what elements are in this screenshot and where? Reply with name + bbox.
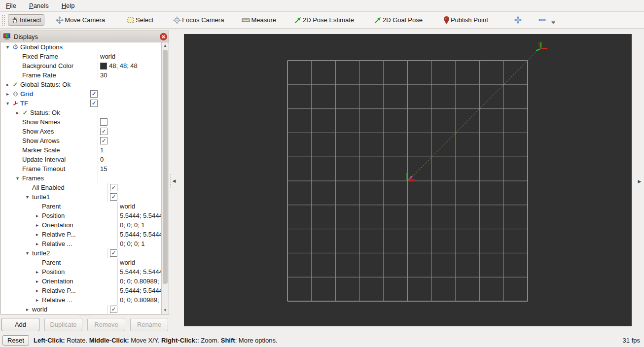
expand-arrow-icon[interactable]: ▸: [34, 239, 41, 248]
tree-row-relative-p[interactable]: ▸Relative P...5.5444; 5.5444; 0: [1, 230, 162, 239]
tree-row-tf[interactable]: ▾TF✓: [1, 99, 162, 108]
property-value-cell[interactable]: 15: [98, 164, 162, 174]
expand-arrow-icon[interactable]: ▸: [34, 267, 41, 277]
menu-help[interactable]: Help: [62, 2, 75, 9]
checkbox[interactable]: ✓: [110, 306, 117, 313]
tree-row-update-interval[interactable]: Update Interval0: [1, 155, 162, 164]
checkbox[interactable]: ✓: [90, 90, 98, 98]
tree-row-status-ok[interactable]: ▸✓Status: Ok: [1, 108, 162, 117]
tool-measure[interactable]: Measure: [238, 14, 280, 26]
expand-arrow-icon[interactable]: ▸: [34, 230, 41, 239]
close-icon[interactable]: [160, 33, 167, 40]
property-value-cell[interactable]: ✓: [108, 248, 162, 258]
collapse-arrow-icon[interactable]: ▾: [4, 42, 11, 52]
tree-row-show-names[interactable]: Show Names: [1, 117, 162, 127]
tool-interact[interactable]: Interact: [8, 14, 44, 26]
tool-move-camera[interactable]: Move Camera: [52, 14, 108, 26]
tree-row-marker-scale[interactable]: Marker Scale1: [1, 145, 162, 155]
tool-2d-goal-pose[interactable]: 2D Goal Pose: [370, 14, 426, 26]
property-value-cell[interactable]: 5.5444; 5.5444; 0: [118, 211, 162, 220]
property-value-cell[interactable]: ✓: [98, 136, 162, 145]
tree-row-global-options[interactable]: ▾⚙Global Options: [1, 42, 162, 52]
tree-row-frame-rate[interactable]: Frame Rate30: [1, 70, 162, 80]
property-value-cell[interactable]: ✓: [88, 89, 162, 99]
collapse-arrow-icon[interactable]: ▾: [24, 248, 31, 258]
checkbox[interactable]: ✓: [110, 193, 117, 201]
property-value-cell[interactable]: 1: [98, 145, 162, 155]
property-value-cell[interactable]: world: [118, 202, 162, 211]
collapse-arrow-icon[interactable]: ▾: [4, 99, 11, 108]
overflow-arrow-icon[interactable]: [551, 19, 556, 26]
property-value-cell[interactable]: 48; 48; 48: [98, 61, 162, 70]
tree-scrollbar[interactable]: ▲ ▼: [161, 42, 169, 314]
property-value-cell[interactable]: 30: [98, 70, 162, 80]
property-value-cell[interactable]: world: [118, 258, 162, 267]
property-value-cell[interactable]: ✓: [108, 183, 162, 192]
expand-arrow-icon[interactable]: ▸: [34, 211, 41, 220]
checkbox[interactable]: ✓: [100, 137, 107, 144]
collapse-right-icon[interactable]: ▶: [637, 174, 643, 189]
tree-row-frame-timeout[interactable]: Frame Timeout15: [1, 164, 162, 174]
tree-row-show-axes[interactable]: Show Axes✓: [1, 127, 162, 136]
property-value-cell[interactable]: 5.5444; 5.5444; 0: [118, 267, 162, 277]
expand-arrow-icon[interactable]: ▸: [34, 220, 41, 230]
scrollbar-thumb[interactable]: [163, 50, 168, 284]
property-value-cell[interactable]: ✓: [108, 305, 162, 314]
tree-row-all-enabled[interactable]: All Enabled✓: [1, 183, 162, 192]
tree-row-frames[interactable]: ▾Frames: [1, 174, 162, 183]
expand-arrow-icon[interactable]: ▸: [34, 295, 41, 305]
tool-publish-point[interactable]: Publish Point: [440, 14, 492, 26]
property-value-cell[interactable]: 5.5444; 5.5444; 0: [118, 286, 162, 295]
tree-row-background-color[interactable]: Background Color48; 48; 48: [1, 61, 162, 70]
checkbox[interactable]: ✓: [100, 128, 107, 135]
tree-row-turtle2[interactable]: ▾turtle2✓: [1, 248, 162, 258]
add-tool-button[interactable]: [510, 14, 526, 26]
tree-row-position[interactable]: ▸Position5.5444; 5.5444; 0: [1, 211, 162, 220]
menu-panels[interactable]: Panels: [29, 2, 49, 9]
property-value-cell[interactable]: 0; 0; 0; 1: [118, 220, 162, 230]
tree-row-grid[interactable]: ▸Grid✓: [1, 89, 162, 99]
property-value-cell[interactable]: ✓: [108, 192, 162, 202]
expand-arrow-icon[interactable]: ▸: [4, 80, 11, 89]
tree-row-fixed-frame[interactable]: Fixed Frameworld: [1, 52, 162, 61]
tree-row-parent[interactable]: Parentworld: [1, 258, 162, 267]
property-value-cell[interactable]: 0; 0; 0.80989; 0.58658: [118, 295, 162, 305]
expand-arrow-icon[interactable]: ▸: [4, 89, 11, 99]
expand-arrow-icon[interactable]: ▸: [24, 305, 31, 314]
tree-row-relative-p[interactable]: ▸Relative P...5.5444; 5.5444; 0: [1, 286, 162, 295]
tool-focus-camera[interactable]: Focus Camera: [170, 14, 227, 26]
collapse-arrow-icon[interactable]: ▾: [24, 192, 31, 202]
toolbar-drag-handle[interactable]: [1, 14, 5, 26]
checkbox[interactable]: ✓: [90, 100, 98, 107]
collapse-arrow-icon[interactable]: ▾: [14, 174, 21, 183]
reset-button[interactable]: Reset: [2, 335, 29, 346]
tree-row-position[interactable]: ▸Position5.5444; 5.5444; 0: [1, 267, 162, 277]
3d-viewport[interactable]: [184, 34, 632, 326]
property-value-cell[interactable]: 0; 0; 0.80989; 0.58658: [118, 277, 162, 286]
scrollbar-up-icon[interactable]: ▲: [162, 42, 169, 49]
tree-row-orientation[interactable]: ▸Orientation0; 0; 0.80989; 0.58658: [1, 277, 162, 286]
tree-row-turtle1[interactable]: ▾turtle1✓: [1, 192, 162, 202]
property-value-cell[interactable]: 0: [98, 155, 162, 164]
expand-arrow-icon[interactable]: ▸: [34, 286, 41, 295]
panel-resize-handle[interactable]: ······: [0, 313, 169, 317]
tree-row-relative[interactable]: ▸Relative ...0; 0; 0; 1: [1, 239, 162, 248]
property-value-cell[interactable]: 5.5444; 5.5444; 0: [118, 230, 162, 239]
tree-row-orientation[interactable]: ▸Orientation0; 0; 0; 1: [1, 220, 162, 230]
tree-row-global-status-ok[interactable]: ▸✓Global Status: Ok: [1, 80, 162, 89]
tree-row-show-arrows[interactable]: Show Arrows✓: [1, 136, 162, 145]
property-value-cell[interactable]: ✓: [88, 99, 162, 108]
menu-file[interactable]: File: [6, 2, 16, 9]
scrollbar-down-icon[interactable]: ▼: [162, 307, 169, 314]
expand-arrow-icon[interactable]: ▸: [14, 108, 21, 117]
collapse-left-icon[interactable]: ◀: [171, 174, 177, 188]
property-value-cell[interactable]: ✓: [98, 127, 162, 136]
property-value-cell[interactable]: world: [98, 52, 162, 61]
tree-row-parent[interactable]: Parentworld: [1, 202, 162, 211]
tool-select[interactable]: Select: [123, 14, 157, 26]
tree-row-relative[interactable]: ▸Relative ...0; 0; 0.80989; 0.58658: [1, 295, 162, 305]
property-value-cell[interactable]: [98, 117, 162, 127]
tool-2d-pose-estimate[interactable]: 2D Pose Estimate: [290, 14, 358, 26]
checkbox[interactable]: ✓: [110, 184, 117, 191]
remove-tool-button[interactable]: [535, 14, 550, 26]
